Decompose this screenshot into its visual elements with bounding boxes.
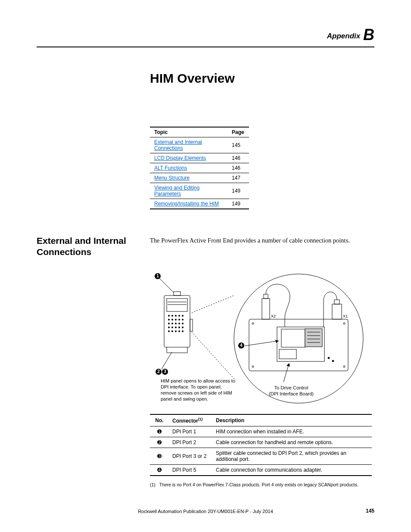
x2-label: X2 <box>271 314 276 318</box>
svg-point-16 <box>175 323 177 324</box>
svg-point-14 <box>168 323 170 324</box>
toc-row: Viewing and Editing Parameters 149 <box>150 183 249 199</box>
footnote-num: (1) <box>150 482 156 487</box>
svg-point-7 <box>178 315 180 317</box>
svg-point-18 <box>182 323 184 324</box>
svg-point-17 <box>178 323 180 324</box>
svg-point-12 <box>178 319 180 320</box>
svg-rect-42 <box>279 349 296 359</box>
conn-header-description: Description <box>212 414 372 426</box>
svg-line-34 <box>192 332 235 380</box>
toc-row: Removing/Installing the HIM 149 <box>150 199 249 209</box>
svg-point-50 <box>332 360 334 362</box>
toc-page: 149 <box>227 199 249 209</box>
svg-line-55 <box>245 341 279 346</box>
conn-header-no: No. <box>150 414 169 426</box>
appendix-letter: B <box>363 26 374 44</box>
svg-point-40 <box>343 366 345 367</box>
svg-rect-0 <box>164 296 190 347</box>
callout-1: 1 <box>155 273 161 279</box>
callout-2: 2 <box>156 369 162 375</box>
svg-point-20 <box>171 327 173 328</box>
toc-row: Menu Structure 147 <box>150 173 249 183</box>
svg-rect-52 <box>264 294 268 299</box>
conn-name: DPI Port 3 or 2 <box>169 448 212 464</box>
toc-link[interactable]: Menu Structure <box>154 175 190 181</box>
callout-3: 3 <box>162 369 168 375</box>
detail-label-line2: (DPI Interface Board) <box>269 391 314 396</box>
conn-name: DPI Port 2 <box>169 437 212 448</box>
svg-point-26 <box>175 330 177 332</box>
svg-point-22 <box>178 327 180 328</box>
conn-desc: Splitter cable connected to DPI Port 2, … <box>212 448 372 464</box>
svg-marker-58 <box>286 363 290 367</box>
svg-rect-51 <box>262 299 270 319</box>
appendix-label: Appendix <box>327 32 360 40</box>
svg-point-8 <box>182 315 184 317</box>
svg-point-49 <box>328 357 330 359</box>
connection-diagram: X2 X1 1 2 3 4 HIM panel opens to allow a… <box>152 272 374 414</box>
conn-desc: Cable connection for handheld and remote… <box>212 437 372 448</box>
connector-table: No. Connector(1) Description ➊ DPI Port … <box>150 414 372 476</box>
toc-header-topic: Topic <box>150 127 227 137</box>
svg-rect-54 <box>334 300 339 304</box>
svg-point-19 <box>168 327 170 328</box>
conn-no: ➊ <box>150 426 169 437</box>
svg-point-25 <box>171 330 173 332</box>
svg-point-35 <box>234 274 363 403</box>
toc-row: ALT Functions 146 <box>150 163 249 173</box>
svg-rect-43 <box>281 329 305 347</box>
svg-point-9 <box>168 319 170 320</box>
page-footer: Rockwell Automation Publication 20Y-UM00… <box>0 509 411 514</box>
svg-point-15 <box>171 323 173 324</box>
svg-point-28 <box>182 330 184 332</box>
svg-line-32 <box>162 352 172 369</box>
conn-desc: Cable connection for communications adap… <box>212 464 372 476</box>
svg-point-24 <box>168 330 170 332</box>
svg-point-38 <box>343 323 345 324</box>
svg-point-39 <box>252 366 254 367</box>
toc-page: 145 <box>227 137 249 153</box>
toc-page: 149 <box>227 183 249 199</box>
svg-rect-53 <box>332 304 342 319</box>
svg-point-23 <box>182 327 184 328</box>
toc-page: 146 <box>227 163 249 173</box>
conn-no: ➍ <box>150 464 169 476</box>
svg-line-33 <box>192 296 234 313</box>
svg-rect-44 <box>305 329 322 347</box>
toc-link[interactable]: Viewing and Editing Parameters <box>154 185 199 197</box>
svg-rect-29 <box>190 319 193 331</box>
svg-point-4 <box>168 315 170 317</box>
appendix-header: Appendix B <box>37 26 374 47</box>
svg-point-5 <box>171 315 173 317</box>
svg-point-6 <box>175 315 177 317</box>
toc-link[interactable]: LCD Display Elements <box>154 155 206 161</box>
svg-point-37 <box>252 323 254 324</box>
svg-point-27 <box>178 330 180 332</box>
footnote-text: There is no Port 4 on PowerFlex 7-Class … <box>159 482 358 487</box>
svg-rect-1 <box>167 299 187 311</box>
toc-link[interactable]: External and Internal Connections <box>154 139 202 151</box>
toc-header-page: Page <box>227 127 249 137</box>
x1-label: X1 <box>343 314 348 318</box>
toc-link[interactable]: ALT Functions <box>154 165 187 171</box>
toc-page: 147 <box>227 173 249 183</box>
toc-link[interactable]: Removing/Installing the HIM <box>154 201 219 207</box>
svg-point-10 <box>171 319 173 320</box>
svg-line-31 <box>158 277 174 292</box>
svg-point-21 <box>175 327 177 328</box>
conn-row: ➊ DPI Port 1 HIM connection when install… <box>150 426 372 437</box>
conn-row: ➋ DPI Port 2 Cable connection for handhe… <box>150 437 372 448</box>
section-body: The PowerFlex Active Front End provides … <box>150 237 374 244</box>
diagram-detail-label: To Drive Control (DPI Interface Board) <box>259 385 324 397</box>
page-title: HIM Overview <box>150 71 374 86</box>
svg-point-11 <box>175 319 177 320</box>
detail-label-line1: To Drive Control <box>274 385 308 390</box>
conn-desc: HIM connection when installed in AFE. <box>212 426 372 437</box>
diagram-note: HIM panel opens to allow access to DPI i… <box>161 378 238 402</box>
conn-no: ➌ <box>150 448 169 464</box>
conn-header-connector: Connector(1) <box>169 414 212 426</box>
conn-name: DPI Port 5 <box>169 464 212 476</box>
conn-row: ➍ DPI Port 5 Cable connection for commun… <box>150 464 372 476</box>
conn-row: ➌ DPI Port 3 or 2 Splitter cable connect… <box>150 448 372 464</box>
